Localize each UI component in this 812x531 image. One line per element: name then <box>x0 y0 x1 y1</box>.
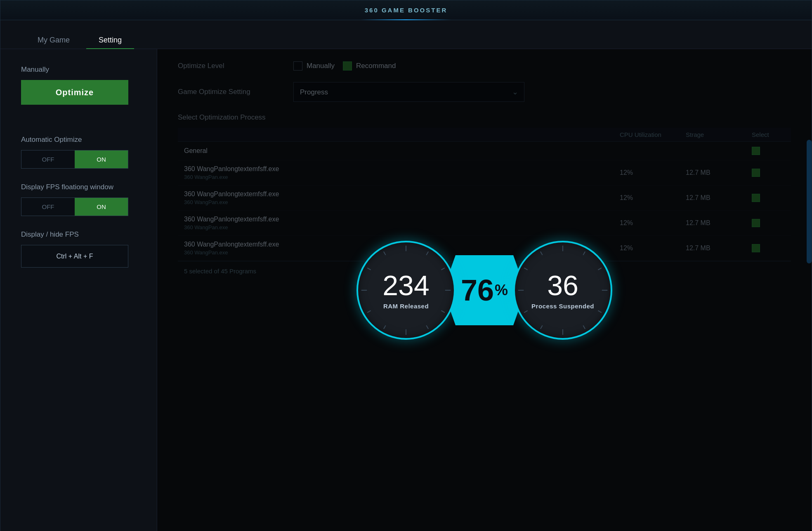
svg-line-13 <box>583 251 585 255</box>
app-title: 360 GAME BOOSTER <box>365 7 448 14</box>
svg-line-5 <box>426 325 428 329</box>
tab-setting[interactable]: Setting <box>86 32 134 49</box>
shortcut-box: Ctrl + Alt + F <box>21 245 128 268</box>
svg-line-10 <box>367 268 371 270</box>
svg-line-20 <box>524 310 527 312</box>
svg-line-4 <box>441 310 444 312</box>
svg-line-16 <box>598 310 601 312</box>
svg-line-14 <box>598 268 601 270</box>
percent-sign: % <box>495 282 508 299</box>
svg-line-8 <box>367 310 371 312</box>
tab-my-game[interactable]: My Game <box>25 32 82 49</box>
fps-hide-label: Display / hide FPS <box>21 230 136 239</box>
svg-line-2 <box>441 268 444 270</box>
boost-result: 234 RAM Released 76% <box>356 241 612 340</box>
fps-window-on[interactable]: ON <box>75 198 128 216</box>
fps-window-section: Display FPS floationg window OFF ON <box>21 183 136 216</box>
fps-window-off[interactable]: OFF <box>21 198 75 216</box>
left-panel: Manually Optimize Automatic Optimize OFF… <box>0 49 157 531</box>
svg-line-7 <box>384 325 386 329</box>
auto-optimize-on[interactable]: ON <box>75 150 128 168</box>
svg-line-11 <box>384 251 386 255</box>
manually-section: Manually Optimize <box>21 66 136 121</box>
app-window: 360 GAME BOOSTER My Game Setting Manuall… <box>0 0 812 531</box>
svg-line-1 <box>426 251 428 255</box>
auto-optimize-section: Automatic Optimize OFF ON <box>21 136 136 169</box>
percent-value: 76 <box>461 273 494 307</box>
title-bar: 360 GAME BOOSTER <box>0 0 812 20</box>
auto-optimize-off[interactable]: OFF <box>21 150 75 168</box>
cpu-gauge: 36 Process Suspended <box>513 241 612 340</box>
fps-window-label: Display FPS floationg window <box>21 183 136 191</box>
optimize-button[interactable]: Optimize <box>21 80 128 105</box>
fps-hide-section: Display / hide FPS Ctrl + Alt + F <box>21 230 136 268</box>
svg-line-19 <box>541 325 543 329</box>
svg-line-22 <box>524 268 527 270</box>
nav-tabs: My Game Setting <box>0 20 812 49</box>
title-decoration <box>361 19 451 20</box>
ram-gauge: 234 RAM Released <box>356 241 456 340</box>
right-panel: Optimize Level Manually Recommand Game O… <box>157 49 812 531</box>
fps-window-toggle: OFF ON <box>21 197 128 216</box>
svg-line-17 <box>583 325 585 329</box>
boost-overlay: 234 RAM Released 76% <box>157 49 812 531</box>
auto-optimize-label: Automatic Optimize <box>21 136 136 144</box>
svg-line-23 <box>541 251 543 255</box>
auto-optimize-toggle: OFF ON <box>21 150 128 169</box>
main-content: Manually Optimize Automatic Optimize OFF… <box>0 49 812 531</box>
manually-label: Manually <box>21 66 136 74</box>
